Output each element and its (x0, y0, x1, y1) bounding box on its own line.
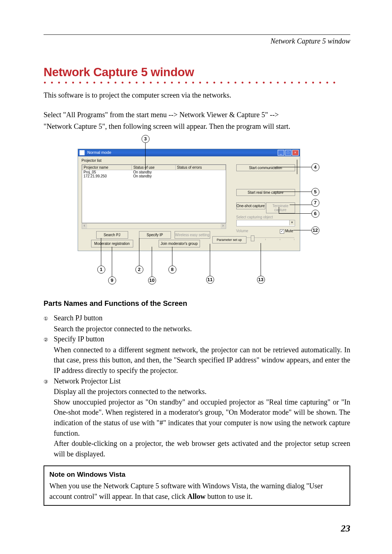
scroll-right-icon[interactable]: › (221, 223, 226, 229)
page-title: Network Capture 5 window (44, 65, 350, 79)
header-rule (44, 34, 350, 35)
callout-line (279, 213, 313, 214)
col-status[interactable]: Status of use (132, 165, 175, 170)
callout-line (139, 238, 139, 266)
slider-thumb[interactable] (251, 235, 254, 241)
callout-2: 2 (135, 266, 143, 274)
callout-line (279, 207, 279, 213)
allow-bold: Allow (187, 492, 205, 500)
titlebar: Normal mode _ □ × (78, 149, 300, 156)
callout-5: 5 (311, 188, 319, 196)
intro-line-3: "Network Capture 5", then following scre… (44, 122, 350, 131)
callout-line (112, 247, 112, 277)
page-number: 23 (341, 523, 350, 534)
callout-6: 6 (311, 210, 319, 218)
item-desc: Display all the projectors connected to … (54, 386, 350, 459)
callout-7: 7 (311, 199, 319, 207)
volume-label: Volume (236, 229, 248, 233)
start-realtime-capture-button[interactable]: Start real time capture (236, 189, 295, 196)
item-label: Specify IP button (54, 334, 350, 344)
page: Network Capture 5 window Network Capture… (0, 0, 392, 554)
app-window: Normal mode _ □ × Projector list Project… (78, 149, 300, 251)
parameter-setup-button[interactable]: Parameter set up (212, 236, 246, 243)
minimize-button[interactable]: _ (278, 150, 284, 156)
callout-4: 4 (311, 163, 319, 171)
callout-line (152, 247, 152, 277)
callout-line (101, 238, 101, 266)
app-icon (79, 150, 85, 155)
note-box: Note on Windows Vista When you use the N… (44, 465, 350, 506)
callout-line (290, 205, 313, 205)
h-scrollbar[interactable]: ‹› (82, 223, 226, 229)
search-pj-button[interactable]: Search PJ (96, 231, 128, 239)
item-desc: Search the projector connected to the ne… (54, 324, 350, 334)
parts-list: ① Search PJ button Search the projector … (44, 313, 350, 459)
callout-line (261, 243, 261, 277)
close-button[interactable]: × (292, 150, 299, 156)
intro-line-2: Select "All Programs" from the start men… (44, 110, 350, 120)
list-item: ① Search PJ button Search the projector … (44, 313, 350, 334)
callout-13: 13 (257, 276, 265, 284)
moderator-registration-button[interactable]: Moderator registration (91, 240, 133, 247)
callout-1: 1 (97, 266, 105, 274)
mute-checkbox[interactable]: ✓Mute (280, 229, 293, 234)
projector-list[interactable]: Projector name Status of use Status of e… (82, 164, 226, 223)
item-label: Search PJ button (54, 313, 350, 323)
header-breadcrumb: Network Capture 5 window (44, 37, 350, 45)
window-title: Normal mode (87, 150, 111, 155)
title-dots: ●●●●●●●●●●●●●●●●●●●●●●●●●●●●●●●●●●●●●●●●… (44, 80, 350, 85)
item-desc: When connected to a different segment ne… (54, 345, 350, 376)
note-title: Note on Windows Vista (49, 470, 344, 480)
screenshot-figure: Normal mode _ □ × Projector list Project… (65, 138, 330, 288)
callout-line (297, 160, 297, 174)
window-controls: _ □ × (278, 150, 299, 156)
callout-line (273, 167, 313, 167)
intro-line-1: This software is to project the computer… (44, 90, 350, 100)
callout-12: 12 (311, 226, 319, 234)
list-item: ③ Network Projector List Display all the… (44, 376, 350, 459)
callout-8: 8 (168, 266, 176, 274)
table-row[interactable]: Proj_05 On standby (82, 170, 225, 175)
col-projector-name[interactable]: Projector name (82, 165, 132, 170)
specify-ip-button[interactable]: Specify IP (139, 231, 171, 239)
intro-text: This software is to project the computer… (44, 90, 350, 131)
select-object-dropdown[interactable]: ▾ (236, 220, 295, 226)
item-number: ② (44, 336, 51, 344)
item-label: Network Projector List (54, 376, 350, 386)
callout-11: 11 (206, 276, 214, 284)
callout-line (293, 230, 313, 230)
chevron-down-icon[interactable]: ▾ (289, 220, 295, 225)
maximize-button[interactable]: □ (285, 150, 291, 156)
callout-line (210, 244, 210, 277)
table-row[interactable]: 172.21.99.250 On standby (82, 174, 225, 178)
note-body: When you use the Network Capture 5 softw… (49, 481, 344, 501)
projector-list-label: Projector list (82, 159, 300, 163)
start-communication-button[interactable]: Start communication (236, 164, 295, 171)
select-object-label: Select capturing object (236, 215, 273, 219)
join-moderator-group-button[interactable]: Join moderator's group (159, 240, 200, 247)
list-item: ② Specify IP button When connected to a … (44, 334, 350, 376)
callout-3: 3 (142, 135, 150, 143)
callout-line (172, 247, 172, 266)
item-number: ③ (44, 378, 51, 386)
parts-heading: Parts Names and Functions of the Screen (44, 299, 350, 308)
callout-line (273, 192, 313, 192)
terminate-capture-button[interactable]: Terminate capture (266, 202, 295, 213)
scroll-left-icon[interactable]: ‹ (82, 223, 87, 229)
checkbox-icon[interactable]: ✓ (280, 229, 284, 234)
callout-10: 10 (148, 276, 156, 284)
wireless-easy-setting-button[interactable]: Wireless easy setting (175, 231, 210, 239)
oneshot-capture-button[interactable]: One-shot capture (236, 202, 265, 209)
item-number: ① (44, 315, 51, 323)
col-errors[interactable]: Status of errors (175, 165, 225, 170)
callout-9: 9 (108, 276, 116, 284)
callout-line (145, 142, 146, 170)
